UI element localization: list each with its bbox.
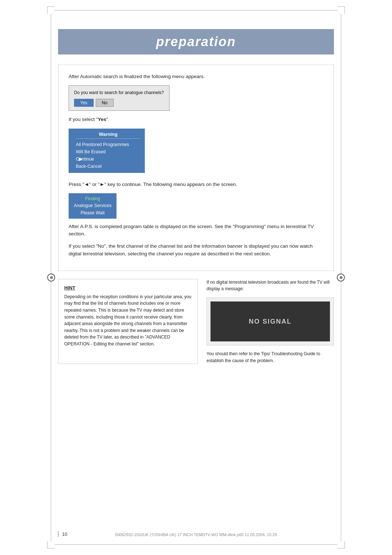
warning-box: Warning All Prestored Programmes Will Be… [69,129,145,173]
finding-line2: Analogue Services [74,202,111,209]
border-bottom [54,544,338,545]
corner-mark-tl [47,7,54,14]
footer-text: 50062932-1552UK (TOSHIBA UK) 17 INCH TEM… [115,532,277,537]
hint-box: HINT Depending on the reception conditio… [58,279,198,364]
warning-line2: Will Be Erased [76,148,140,155]
warning-continue: ▶ Continue [76,155,140,163]
bottom-row: HINT Depending on the reception conditio… [58,279,334,364]
top-content-box: After Automatic search is finalized the … [58,65,334,271]
warning-back-cancel: Back-Cancel [76,163,140,170]
registration-mark-right: ⊕ [337,274,345,281]
finding-title: Finding [74,195,111,202]
no-button[interactable]: No [96,99,114,107]
border-top [54,10,338,11]
aps-text: After A.P.S. is completed program table … [69,223,323,238]
dialog-preview: Do you want to search for analogue chann… [69,85,170,111]
corner-mark-tr [338,7,345,14]
intro-text: After Automatic search is finalized the … [69,73,323,80]
finding-services-box: Finding Analogue Services Please Wait [69,193,117,219]
press-key-text: Press "◄" or "►" key to continue. The fo… [69,181,323,188]
tips-text: You should then refer to the Tips/ Troub… [207,351,334,364]
warning-line1: All Prestored Programmes [76,141,140,148]
right-column: If no digital terrestrial television bro… [207,279,334,364]
select-yes-text: If you select "Yes" [69,116,323,123]
no-digital-text: If no digital terrestrial television bro… [207,279,334,292]
no-select-text: If you select "No", the first channel of… [69,243,323,258]
corner-mark-br [338,541,345,548]
hint-title: HINT [64,285,192,291]
registration-mark-left: ⊕ [47,274,55,281]
no-signal-screen: NO SIGNAL [211,301,330,341]
warning-title: Warning [76,131,140,139]
yes-button[interactable]: Yes [74,99,94,107]
dialog-buttons: Yes No [74,99,164,107]
no-signal-label: NO SIGNAL [249,318,291,325]
corner-mark-bl [47,541,54,548]
content-area: After Automatic search is finalized the … [58,65,334,526]
dialog-question: Do you want to search for analogue chann… [74,89,164,96]
no-signal-container: NO SIGNAL [207,297,334,345]
warning-content: All Prestored Programmes Will Be Erased … [76,141,140,170]
page-title: preparation [156,34,236,49]
yes-bold: Yes [98,117,106,122]
page-number: 10 [58,531,67,537]
arrow-icon: ▶ [79,155,82,163]
hint-body: Depending on the reception conditions in… [64,293,192,348]
header-banner: preparation [58,29,334,54]
finding-line3: Please Wait [74,210,111,216]
